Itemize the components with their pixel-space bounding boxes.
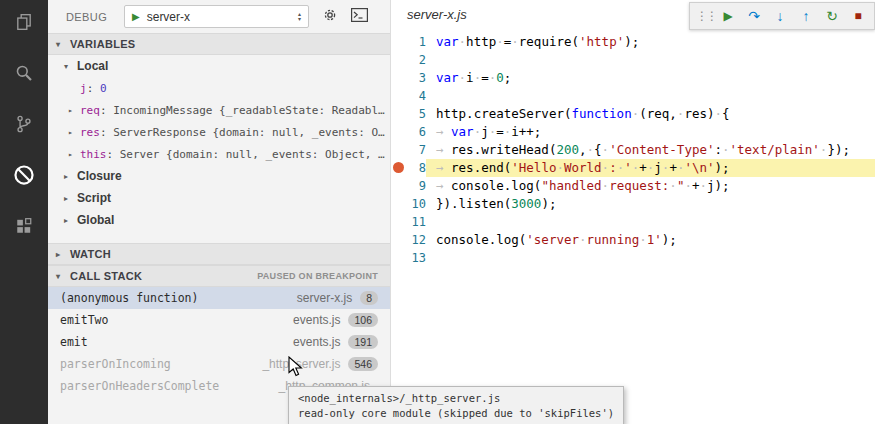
step-out-button[interactable]: ↑: [796, 3, 816, 29]
frame-file-name: _http_server.js: [262, 357, 340, 371]
breakpoint-gutter[interactable]: [391, 231, 406, 249]
code-text[interactable]: [426, 213, 875, 231]
scope-label: Script: [77, 191, 111, 205]
breakpoint-gutter[interactable]: [391, 177, 406, 195]
search-icon: [15, 64, 33, 82]
step-over-button[interactable]: ↷: [744, 3, 764, 29]
variable-scope-row[interactable]: ▾ Local: [48, 55, 390, 77]
code-line[interactable]: 13: [391, 249, 875, 267]
continue-button[interactable]: ▶: [718, 3, 738, 29]
chevron-icon: ▸: [68, 128, 80, 137]
callstack-frame-row[interactable]: emitTwo events.js 106: [48, 309, 390, 331]
breakpoint-gutter[interactable]: [391, 51, 406, 69]
start-debug-icon[interactable]: ▶: [132, 12, 140, 22]
activity-item-explorer[interactable]: [8, 6, 40, 38]
code-text[interactable]: → var·j·=·i++;: [426, 123, 875, 141]
code-text[interactable]: [426, 51, 875, 69]
code-text[interactable]: http.createServer(function·(req,·res)·{: [426, 105, 875, 123]
line-number[interactable]: 5: [406, 105, 426, 123]
watch-section-header[interactable]: ▸ WATCH: [48, 243, 390, 265]
stop-button[interactable]: ■: [848, 3, 868, 29]
code-line[interactable]: 1 var·http·=·require('http');: [391, 33, 875, 51]
extensions-icon: [15, 217, 33, 235]
code-text[interactable]: [426, 87, 875, 105]
editor-pane: server-x.js 1 var·http·=·require('http')…: [390, 0, 875, 424]
configure-gear-button[interactable]: [322, 7, 338, 27]
callstack-frame-row[interactable]: (anonymous function) server-x.js 8: [48, 287, 390, 309]
line-number[interactable]: 2: [406, 51, 426, 69]
code-text[interactable]: → console.log("handled·request:·"·+·j);: [426, 177, 875, 195]
variable-scope-row[interactable]: ▸ Global: [48, 209, 390, 231]
line-number[interactable]: 13: [406, 249, 426, 267]
line-number[interactable]: 11: [406, 213, 426, 231]
line-number[interactable]: 12: [406, 231, 426, 249]
code-text[interactable]: var·http·=·require('http');: [426, 33, 875, 51]
code-line[interactable]: 7 → res.writeHead(200,·{·'Content-Type':…: [391, 141, 875, 159]
activity-item-search[interactable]: [8, 57, 40, 89]
activity-item-debug[interactable]: [8, 159, 40, 191]
callstack-frame-row[interactable]: parserOnIncoming _http_server.js 546: [48, 353, 390, 375]
debug-console-button[interactable]: [351, 8, 368, 26]
line-number[interactable]: 1: [406, 33, 426, 51]
code-line[interactable]: 3 var·i·=·0;: [391, 69, 875, 87]
breakpoint-gutter[interactable]: [391, 195, 406, 213]
code-text[interactable]: → res.end('Hello·World·:·'·+·j·+·'\n');: [426, 159, 875, 177]
drag-handle-button[interactable]: ⋮⋮: [696, 3, 712, 29]
variable-row[interactable]: ▸ req: IncomingMessage {_readableState: …: [48, 99, 390, 121]
code-text[interactable]: console.log('server·running·1');: [426, 231, 875, 249]
code-line[interactable]: 9 → console.log("handled·request:·"·+·j)…: [391, 177, 875, 195]
code-text[interactable]: var·i·=·0;: [426, 69, 875, 87]
line-number[interactable]: 7: [406, 141, 426, 159]
line-number[interactable]: 10: [406, 195, 426, 213]
breakpoint-gutter[interactable]: [391, 105, 406, 123]
variables-section-header[interactable]: ▾ VARIABLES: [48, 33, 390, 55]
code-text[interactable]: }).listen(3000);: [426, 195, 875, 213]
variable-row[interactable]: ▸ res: ServerResponse {domain: null, _ev…: [48, 121, 390, 143]
line-number[interactable]: 6: [406, 123, 426, 141]
breakpoint-gutter[interactable]: [391, 87, 406, 105]
line-number[interactable]: 8: [406, 159, 426, 177]
callstack-frame-row[interactable]: emit events.js 191: [48, 331, 390, 353]
breakpoint-gutter[interactable]: [391, 69, 406, 87]
code-line[interactable]: 11: [391, 213, 875, 231]
debug-config-picker[interactable]: ▶ server-x ▴▾: [124, 5, 309, 28]
chevron-icon: ▾: [64, 62, 77, 71]
code-line[interactable]: 12 console.log('server·running·1');: [391, 231, 875, 249]
line-number[interactable]: 3: [406, 69, 426, 87]
variable-scope-row[interactable]: ▸ Script: [48, 187, 390, 209]
variable-row[interactable]: ▸ this: Server {domain: null, _events: O…: [48, 143, 390, 165]
code-area[interactable]: 1 var·http·=·require('http'); 2 3 var·i·…: [391, 33, 875, 267]
variable-scope-row[interactable]: ▸ Closure: [48, 165, 390, 187]
activity-item-source-control[interactable]: [8, 108, 40, 140]
variable-separator: :: [100, 104, 113, 117]
code-line[interactable]: 8 → res.end('Hello·World·:·'·+·j·+·'\n')…: [391, 159, 875, 177]
breakpoint-gutter[interactable]: [391, 249, 406, 267]
breakpoint-gutter[interactable]: [391, 33, 406, 51]
restart-button[interactable]: ↻: [822, 3, 842, 29]
activity-item-extensions[interactable]: [8, 210, 40, 242]
callstack-section-header[interactable]: ▾ CALL STACK PAUSED ON BREAKPOINT: [48, 265, 390, 287]
breakpoint-gutter[interactable]: [391, 123, 406, 141]
line-number[interactable]: 4: [406, 87, 426, 105]
variable-row[interactable]: j: 0: [48, 77, 390, 99]
code-line[interactable]: 2: [391, 51, 875, 69]
code-text[interactable]: [426, 249, 875, 267]
code-line[interactable]: 6 → var·j·=·i++;: [391, 123, 875, 141]
breakpoint-gutter[interactable]: [391, 141, 406, 159]
breakpoint-icon: [393, 162, 404, 173]
code-line[interactable]: 10 }).listen(3000);: [391, 195, 875, 213]
step-into-button[interactable]: ↓: [770, 3, 790, 29]
variable-separator: :: [87, 82, 100, 95]
breakpoint-gutter[interactable]: [391, 159, 406, 177]
variable-value: ServerResponse {domain: null, _events: O…: [113, 126, 385, 139]
code-line[interactable]: 5 http.createServer(function·(req,·res)·…: [391, 105, 875, 123]
watch-chevron: ▸: [56, 250, 70, 259]
variable-separator: :: [100, 126, 113, 139]
editor-tab[interactable]: server-x.js: [407, 7, 467, 22]
breakpoint-gutter[interactable]: [391, 213, 406, 231]
frame-function-name: emitTwo: [60, 313, 293, 327]
line-number[interactable]: 9: [406, 177, 426, 195]
code-text[interactable]: → res.writeHead(200,·{·'Content-Type':·'…: [426, 141, 875, 159]
callstack-tooltip: <node_internals>/_http_server.js read-on…: [288, 386, 624, 424]
code-line[interactable]: 4: [391, 87, 875, 105]
